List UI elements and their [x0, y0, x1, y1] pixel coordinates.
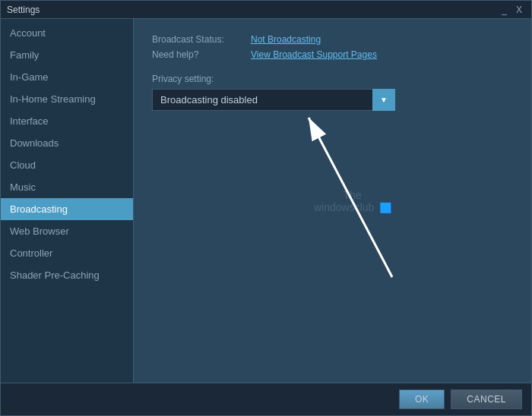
- watermark: The windowsclub: [314, 188, 391, 213]
- title-bar: Settings _ X: [1, 1, 531, 19]
- sidebar-item-shader-pre-caching[interactable]: Shader Pre-Caching: [1, 264, 133, 286]
- sidebar-item-family[interactable]: Family: [1, 44, 133, 66]
- sidebar-item-music[interactable]: Music: [1, 176, 133, 198]
- watermark-logo: [380, 203, 391, 213]
- window-title: Settings: [7, 5, 499, 15]
- sidebar-item-in-game[interactable]: In-Game: [1, 66, 133, 88]
- broadcast-status-value[interactable]: Not Broadcasting: [251, 34, 321, 45]
- close-button[interactable]: X: [513, 5, 525, 15]
- main-content: Broadcast Status: Not Broadcasting Need …: [134, 19, 531, 383]
- svg-line-1: [309, 118, 392, 277]
- need-help-label: Need help?: [152, 49, 251, 60]
- privacy-setting-label: Privacy setting:: [152, 74, 513, 84]
- sidebar-item-account[interactable]: Account: [1, 22, 133, 44]
- title-bar-controls: _ X: [499, 5, 525, 15]
- arrow-overlay: [210, 80, 438, 292]
- cancel-button[interactable]: CANCEL: [451, 389, 522, 409]
- settings-window: Settings _ X Account Family In-Game In-H…: [0, 0, 532, 416]
- sidebar-item-web-browser[interactable]: Web Browser: [1, 220, 133, 242]
- sidebar: Account Family In-Game In-Home Streaming…: [1, 19, 134, 383]
- ok-button[interactable]: OK: [399, 389, 445, 409]
- sidebar-item-interface[interactable]: Interface: [1, 110, 133, 132]
- sidebar-item-in-home-streaming[interactable]: In-Home Streaming: [1, 88, 133, 110]
- need-help-row: Need help? View Broadcast Support Pages: [152, 49, 513, 60]
- sidebar-item-downloads[interactable]: Downloads: [1, 132, 133, 154]
- broadcast-status-label: Broadcast Status:: [152, 34, 251, 45]
- sidebar-item-cloud[interactable]: Cloud: [1, 154, 133, 176]
- content-area: Account Family In-Game In-Home Streaming…: [1, 19, 531, 383]
- broadcast-status-row: Broadcast Status: Not Broadcasting: [152, 34, 513, 45]
- view-support-link[interactable]: View Broadcast Support Pages: [251, 49, 377, 60]
- minimize-button[interactable]: _: [499, 5, 510, 15]
- footer: OK CANCEL: [1, 383, 531, 415]
- sidebar-item-controller[interactable]: Controller: [1, 242, 133, 264]
- sidebar-item-broadcasting[interactable]: Broadcasting: [1, 198, 133, 220]
- privacy-dropdown[interactable]: Broadcasting disabled Friends can watch …: [152, 89, 395, 111]
- privacy-dropdown-container: Broadcasting disabled Friends can watch …: [152, 89, 395, 111]
